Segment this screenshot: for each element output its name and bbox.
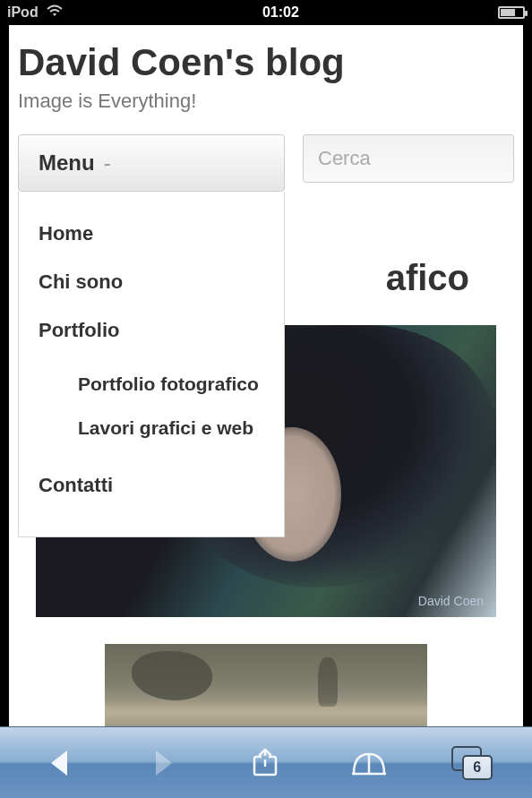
status-left: iPod [7, 4, 64, 21]
clock: 01:02 [262, 4, 299, 21]
back-button[interactable] [24, 736, 96, 790]
device-frame: iPod 01:02 afico David Coen [0, 0, 532, 798]
search-input[interactable] [303, 134, 514, 183]
menu-item-about[interactable]: Chi sono [39, 258, 264, 306]
forward-button[interactable] [127, 736, 199, 790]
bookmarks-button[interactable] [333, 736, 405, 790]
status-bar: iPod 01:02 [0, 0, 532, 25]
browser-viewport: afico David Coen David Coen's blog Image… [0, 25, 532, 726]
svg-rect-1 [262, 756, 269, 759]
tabs-icon: 6 [451, 746, 493, 780]
menu-item-portfolio[interactable]: Portfolio [39, 306, 264, 355]
submenu-portfolio: Portfolio fotografico Lavori grafici e w… [39, 355, 264, 461]
blog-tagline: Image is Everything! [18, 90, 514, 113]
thumbnail-row [36, 644, 496, 726]
menu-indicator: - [104, 150, 111, 176]
menu-item-contact[interactable]: Contatti [39, 461, 264, 510]
submenu-item-photo[interactable]: Portfolio fotografico [78, 362, 264, 406]
menu-dropdown: Home Chi sono Portfolio Portfolio fotogr… [18, 192, 285, 537]
browser-toolbar: 6 [0, 726, 532, 798]
carrier-label: iPod [7, 4, 39, 21]
wifi-icon [46, 4, 64, 21]
thumbnail-image[interactable] [105, 644, 427, 726]
tab-count: 6 [462, 755, 493, 780]
status-right [498, 6, 525, 19]
image-watermark: David Coen [418, 594, 484, 608]
share-button[interactable] [230, 736, 302, 790]
blog-title[interactable]: David Coen's blog [18, 41, 514, 84]
battery-icon [498, 6, 525, 19]
menu-panel: Menu - Home Chi sono Portfolio Portfolio… [18, 134, 285, 537]
submenu-item-graphics[interactable]: Lavori grafici e web [78, 406, 264, 450]
menu-item-home[interactable]: Home [39, 210, 264, 258]
menu-label: Menu [39, 150, 95, 176]
menu-toggle[interactable]: Menu - [18, 134, 285, 192]
tabs-button[interactable]: 6 [436, 736, 508, 790]
